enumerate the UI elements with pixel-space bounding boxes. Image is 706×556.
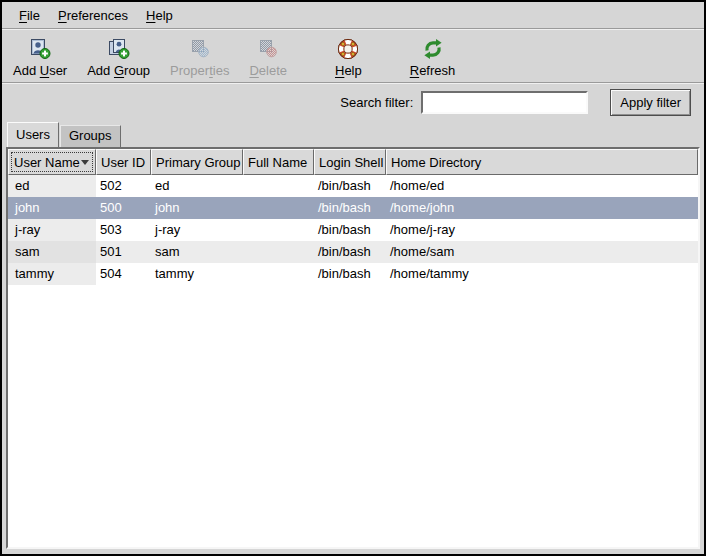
properties-icon — [188, 37, 212, 61]
table-row-john[interactable]: john 500 john /bin/bash /home/john — [8, 197, 698, 219]
table-header: User Name User ID Primary Group Full Nam… — [8, 149, 698, 175]
menu-file[interactable]: File — [10, 4, 49, 27]
delete-button: Delete — [246, 36, 290, 79]
menu-help[interactable]: Help — [137, 4, 182, 27]
delete-icon — [256, 37, 280, 61]
tab-bar: Users Groups — [6, 122, 700, 147]
search-filter-label: Search filter: — [340, 95, 413, 110]
help-button[interactable]: Help — [332, 36, 365, 79]
delete-label: Delete — [249, 63, 287, 78]
refresh-label: Refresh — [410, 63, 456, 78]
search-filter-row: Search filter: Apply filter — [2, 84, 704, 121]
column-header-primary-group[interactable]: Primary Group — [151, 149, 243, 175]
column-header-home-directory[interactable]: Home Directory — [386, 149, 698, 175]
add-group-icon — [107, 37, 131, 61]
menubar: File Preferences Help — [2, 2, 704, 29]
table-row-tammy[interactable]: tammy 504 tammy /bin/bash /home/tammy — [8, 263, 698, 285]
notebook: Users Groups User Name User ID Primary G… — [6, 122, 700, 549]
table-row-ed[interactable]: ed 502 ed /bin/bash /home/ed — [8, 175, 698, 197]
add-group-label: Add Group — [87, 63, 150, 78]
help-icon — [336, 37, 360, 61]
sort-descending-icon — [81, 160, 89, 165]
column-header-user-name[interactable]: User Name — [8, 149, 96, 175]
add-group-button[interactable]: Add Group — [84, 36, 153, 79]
refresh-icon — [421, 37, 445, 61]
tab-users[interactable]: Users — [7, 122, 59, 147]
table-row-sam[interactable]: sam 501 sam /bin/bash /home/sam — [8, 241, 698, 263]
table-row-j-ray[interactable]: j-ray 503 j-ray /bin/bash /home/j-ray — [8, 219, 698, 241]
properties-label: Properties — [170, 63, 229, 78]
tab-groups[interactable]: Groups — [60, 125, 121, 147]
search-filter-input[interactable] — [421, 91, 588, 114]
column-header-login-shell[interactable]: Login Shell — [314, 149, 386, 175]
add-user-label: Add User — [13, 63, 67, 78]
apply-filter-button[interactable]: Apply filter — [610, 89, 691, 116]
help-label: Help — [335, 63, 362, 78]
toolbar: Add User Add Group — [2, 30, 704, 83]
add-user-button[interactable]: Add User — [10, 36, 70, 79]
properties-button: Properties — [167, 36, 232, 79]
refresh-button[interactable]: Refresh — [407, 36, 459, 79]
user-manager-window: File Preferences Help Add User — [0, 0, 706, 556]
column-header-user-id[interactable]: User ID — [96, 149, 151, 175]
column-header-full-name[interactable]: Full Name — [243, 149, 314, 175]
add-user-icon — [28, 37, 52, 61]
menu-preferences[interactable]: Preferences — [49, 4, 137, 27]
users-list-area: User Name User ID Primary Group Full Nam… — [6, 147, 700, 549]
